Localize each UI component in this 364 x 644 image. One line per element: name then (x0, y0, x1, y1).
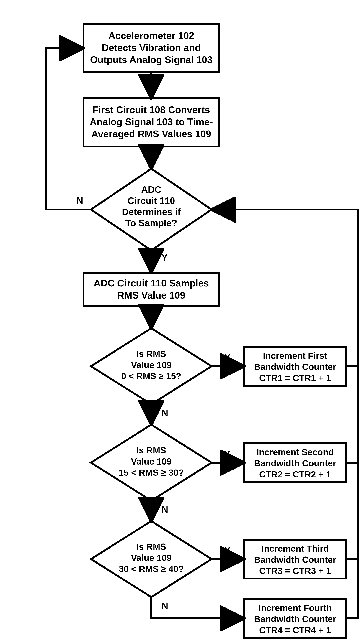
n2-l1: First Circuit 108 Converts (93, 104, 210, 115)
a4-l1: Increment Fourth (259, 603, 332, 613)
n4-l1: ADC Circuit 110 Samples (94, 278, 209, 288)
step-adc-sample (84, 272, 219, 306)
d2-l1: Is RMS (136, 446, 166, 455)
a4-l2: Bandwidth Counter (254, 614, 336, 624)
d3-l2: Value 109 (131, 553, 172, 563)
d3-l1: Is RMS (136, 542, 166, 552)
label-d3-no: N (162, 601, 168, 611)
n4-l2: RMS Value 109 (117, 290, 185, 300)
edge-a2-join (346, 366, 358, 463)
a3-l3: CTR3 = CTR3 + 1 (259, 566, 331, 576)
label-d3-yes: Y (224, 545, 230, 556)
n3-l3: Determines if (122, 207, 181, 217)
n2-l2: Analog Signal 103 to Time- (90, 116, 213, 127)
a1-l2: Bandwidth Counter (254, 362, 336, 372)
a1-l1: Increment First (263, 351, 327, 361)
n1-l1: Accelerometer 102 (108, 30, 194, 41)
d2-l3: 15 < RMS ≥ 30? (119, 468, 184, 478)
label-n3-no: N (77, 196, 83, 206)
d1-l3: 0 < RMS ≥ 15? (121, 371, 181, 381)
d1-l1: Is RMS (136, 349, 166, 359)
label-n3-yes: Y (162, 252, 168, 262)
n3-l1: ADC (141, 184, 161, 195)
a2-l2: Bandwidth Counter (254, 458, 336, 468)
d1-l2: Value 109 (131, 360, 172, 370)
d2-l2: Value 109 (131, 456, 172, 466)
a2-l3: CTR2 = CTR2 + 1 (259, 470, 331, 479)
n2-l3: Averaged RMS Values 109 (91, 128, 211, 139)
n1-l2: Detects Vibration and (102, 42, 201, 53)
n1-l3: Outputs Analog Signal 103 (90, 54, 213, 65)
n3-l4: To Sample? (125, 218, 177, 228)
label-d1-no: N (162, 408, 168, 418)
label-d1-yes: Y (224, 352, 230, 363)
edge-a4-join (346, 559, 358, 618)
edge-return-bus (213, 210, 358, 366)
label-d2-yes: Y (224, 449, 230, 459)
d3-l3: 30 < RMS ≥ 40? (119, 564, 184, 574)
edge-a3-join (346, 463, 358, 559)
a3-l1: Increment Third (261, 544, 329, 554)
a2-l1: Increment Second (256, 447, 334, 457)
a4-l3: CTR4 = CTR4 + 1 (259, 625, 331, 635)
flowchart-diagram: Accelerometer 102 Detects Vibration and … (0, 0, 364, 644)
n3-l2: Circuit 110 (128, 196, 175, 206)
a3-l2: Bandwidth Counter (254, 555, 336, 565)
label-d2-no: N (162, 504, 168, 515)
a1-l3: CTR1 = CTR1 + 1 (259, 373, 331, 383)
